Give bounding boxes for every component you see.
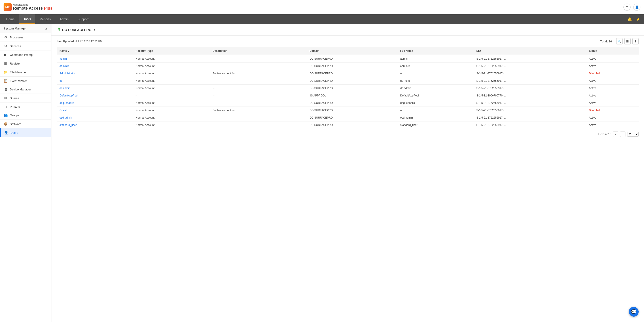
table-meta: Last Updated: Jul 27, 2018 12:21 PM Tota…	[57, 35, 639, 47]
cell-name[interactable]: Administrator	[57, 70, 133, 77]
user-avatar[interactable]: 👤	[633, 3, 640, 11]
cell-full-name: standard_user	[398, 122, 474, 129]
nav-home[interactable]: Home	[2, 14, 19, 24]
registry-icon: ▦	[4, 61, 8, 65]
lightning-button[interactable]: ⚡	[634, 15, 642, 23]
cell-name[interactable]: DefaultAppPool	[57, 92, 133, 99]
next-page-button[interactable]: ›	[620, 132, 626, 137]
per-page-select[interactable]: 10 25 50 100	[627, 132, 639, 137]
cell-full-name: osd-admin	[398, 114, 474, 122]
col-description[interactable]: Description	[210, 47, 307, 55]
col-account-type[interactable]: Account Type	[133, 47, 210, 55]
collapse-icon: ▲	[45, 27, 48, 30]
col-full-name[interactable]: Full Name	[398, 47, 474, 55]
cell-name[interactable]: Guest	[57, 107, 133, 114]
col-status[interactable]: Status	[586, 47, 639, 55]
cell-account-type: Normal Account	[133, 99, 210, 107]
table-row: Guest Normal Account Built-in account fo…	[57, 107, 639, 114]
cell-account-type: Normal Account	[133, 77, 210, 85]
cell-full-name: admin$!	[398, 62, 474, 70]
table-row: dc admin Normal Account -- DC-SURFACEPRO…	[57, 85, 639, 92]
sidebar-item-software[interactable]: 📦 Software	[0, 120, 51, 128]
sidebar-item-command-prompt[interactable]: ▶ Command Prompt	[0, 50, 51, 59]
export-button[interactable]: ⬇	[632, 38, 639, 44]
sidebar: System Manager ▲ ⚙ Processes ⚙ Services …	[0, 24, 52, 322]
cell-description: --	[210, 92, 307, 99]
sidebar-item-printers[interactable]: 🖨 Printers	[0, 103, 51, 111]
cell-sid: S-1-5-21-3762656917- ...	[474, 99, 586, 107]
cell-status: Active	[586, 114, 639, 122]
sidebar-item-event-viewer[interactable]: 📋 Event Viewer	[0, 77, 51, 85]
cell-name[interactable]: admin$!	[57, 62, 133, 70]
cell-full-name: dc admin	[398, 85, 474, 92]
groups-label: Groups	[10, 114, 20, 117]
cell-status: Disabled	[586, 70, 639, 77]
cell-full-name: DefaultAppPool	[398, 92, 474, 99]
col-domain[interactable]: Domain	[307, 47, 398, 55]
chat-button[interactable]: 💬	[629, 307, 639, 317]
file-manager-label: File Manager	[10, 71, 27, 74]
sidebar-item-groups[interactable]: 👥 Groups	[0, 111, 51, 120]
main-content: 🖥 DC-SURFACEPRO ▼ Last Updated: Jul 27, …	[52, 24, 644, 322]
cell-sid: S-1-5-82-3006700770- ...	[474, 92, 586, 99]
sidebar-item-processes[interactable]: ⚙ Processes	[0, 33, 51, 42]
cell-name[interactable]: admin	[57, 55, 133, 62]
sidebar-item-services[interactable]: ⚙ Services	[0, 42, 51, 50]
col-name[interactable]: Name ▲	[57, 47, 133, 55]
sidebar-item-device-manager[interactable]: 🖥 Device Manager	[0, 85, 51, 94]
sidebar-item-shares[interactable]: ⊞ Shares	[0, 94, 51, 103]
groups-icon: 👥	[4, 113, 8, 117]
search-button[interactable]: 🔍	[616, 38, 622, 44]
cell-account-type: Normal Account	[133, 55, 210, 62]
nav-support[interactable]: Support	[73, 14, 93, 24]
nav-admin[interactable]: Admin	[55, 14, 73, 24]
table-row: dc Normal Account -- DC-SURFACEPRO dc md…	[57, 77, 639, 85]
nav-reports[interactable]: Reports	[35, 14, 55, 24]
cell-status: Active	[586, 85, 639, 92]
logo-text: ManageEngine Remote Access Plus	[13, 3, 52, 11]
cell-name[interactable]: dêguêdâblio	[57, 99, 133, 107]
cell-domain: DC-SURFACEPRO	[307, 122, 398, 129]
cell-status: Disabled	[586, 107, 639, 114]
logo-area: ME ManageEngine Remote Access Plus	[4, 3, 52, 11]
cell-domain: DC-SURFACEPRO	[307, 114, 398, 122]
cell-description: --	[210, 122, 307, 129]
cell-sid: S-1-5-21-3762656917- ...	[474, 107, 586, 114]
cell-account-type: Normal Account	[133, 85, 210, 92]
cell-description: Built-in account for ...	[210, 107, 307, 114]
cell-name[interactable]: standard_user	[57, 122, 133, 129]
cell-domain: DC-SURFACEPRO	[307, 77, 398, 85]
cell-sid: S-1-5-21-3762656917- ...	[474, 70, 586, 77]
sidebar-section-header[interactable]: System Manager ▲	[0, 24, 51, 33]
users-table: Name ▲ Account Type Description Domain F…	[57, 47, 639, 129]
sidebar-item-users[interactable]: 👤 Users	[0, 128, 51, 137]
table-row: dêguêdâblio Normal Account -- DC-SURFACE…	[57, 99, 639, 107]
notifications-button[interactable]: 🔔	[626, 15, 634, 23]
cell-domain: DC-SURFACEPRO	[307, 62, 398, 70]
col-sid[interactable]: SID	[474, 47, 586, 55]
processes-icon: ⚙	[4, 35, 8, 39]
help-button[interactable]: ?	[624, 3, 630, 11]
shares-label: Shares	[10, 96, 19, 100]
sidebar-item-registry[interactable]: ▦ Registry	[0, 59, 51, 68]
nav-tools[interactable]: Tools	[19, 14, 35, 24]
cell-name[interactable]: osd-admin	[57, 114, 133, 122]
columns-button[interactable]: ⊞	[624, 38, 630, 44]
cell-account-type: Normal Account	[133, 70, 210, 77]
cell-description: --	[210, 55, 307, 62]
cell-sid: S-1-5-21-3762656917- ...	[474, 62, 586, 70]
prev-page-button[interactable]: ‹	[613, 132, 618, 137]
cell-sid: S-1-5-21-3762656917- ...	[474, 55, 586, 62]
last-updated-label: Last Updated:	[57, 40, 75, 43]
device-dropdown-button[interactable]: ▼	[93, 28, 96, 31]
users-icon: 👤	[4, 131, 8, 135]
cell-sid: S-1-5-21-3762656917- ...	[474, 77, 586, 85]
cell-name[interactable]: dc admin	[57, 85, 133, 92]
cell-name[interactable]: dc	[57, 77, 133, 85]
me-logo-icon: ME	[4, 3, 12, 11]
cell-sid: S-1-5-21-3762656917- ...	[474, 114, 586, 122]
table-area: Last Updated: Jul 27, 2018 12:21 PM Tota…	[52, 35, 644, 145]
shares-icon: ⊞	[4, 96, 8, 100]
sidebar-item-file-manager[interactable]: 📁 File Manager	[0, 68, 51, 77]
cell-full-name: --	[398, 107, 474, 114]
